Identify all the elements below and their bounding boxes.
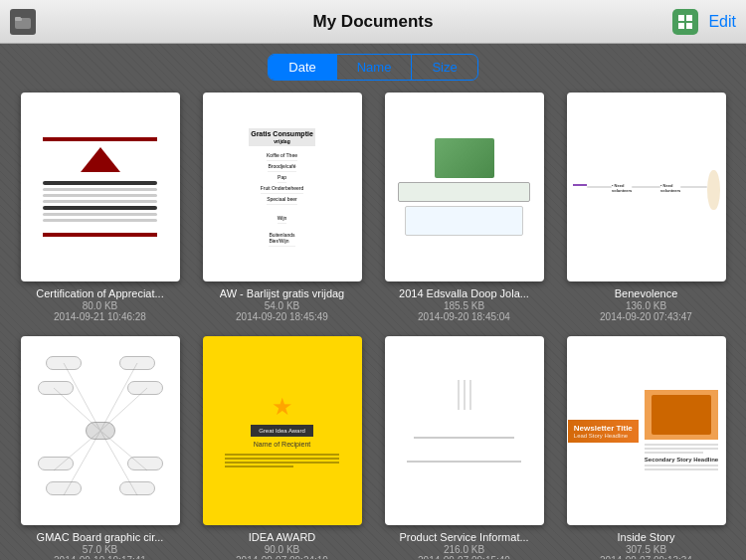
sort-tab-name[interactable]: Name bbox=[337, 55, 413, 80]
doc-name: 2014 Edsvalla Doop Jola... bbox=[399, 287, 529, 299]
doc-thumbnail bbox=[385, 336, 544, 525]
benv-line bbox=[632, 186, 660, 188]
doc-thumbnail: ★ Great Idea Award Name of Recipient bbox=[203, 336, 362, 525]
menu-row: Wijn bbox=[278, 213, 287, 224]
cert-line bbox=[43, 188, 157, 191]
header-right: Edit bbox=[672, 9, 736, 35]
newsletter-inner-img bbox=[652, 395, 711, 435]
cert-top-bar bbox=[43, 137, 157, 141]
svg-rect-2 bbox=[15, 17, 21, 20]
doc-size: 57.0 KB bbox=[83, 544, 118, 555]
menu-row: Fruit Onderbeheerd bbox=[261, 183, 304, 194]
cert-triangle bbox=[81, 147, 120, 172]
doc-thumbnail: Newsletter Title Lead Story Headline Sec… bbox=[567, 336, 726, 525]
benv-logo bbox=[707, 170, 719, 210]
doc-size: 54.0 KB bbox=[265, 300, 300, 311]
list-item[interactable]: Newsletter Title Lead Story Headline Sec… bbox=[562, 336, 730, 559]
doc-date: 2014-09-07 09:24:10 bbox=[236, 555, 328, 559]
edit-button[interactable]: Edit bbox=[708, 13, 736, 31]
list-item[interactable]: Gratis Consumptievrijdag Koffie of Thee … bbox=[198, 93, 366, 322]
newsletter-subtitle: Lead Story Headline bbox=[574, 433, 633, 439]
cert-line bbox=[43, 200, 157, 203]
doc-name: Benevolence bbox=[615, 287, 678, 299]
newsletter-line bbox=[645, 465, 718, 467]
doc-thumbnail bbox=[21, 93, 180, 281]
idea-award-box: Great Idea Award bbox=[251, 425, 313, 437]
doc-size: 136.0 KB bbox=[626, 300, 666, 311]
benv-line bbox=[680, 186, 707, 188]
sort-tabs-group: Date Name Size bbox=[268, 54, 477, 81]
menu-row: BuitenlandsBier/Wijn bbox=[269, 230, 294, 247]
list-item[interactable]: 2014 Edsvalla Doop Jola... 185.5 KB 2014… bbox=[380, 93, 548, 322]
list-item[interactable]: ★ Great Idea Award Name of Recipient IDE… bbox=[198, 336, 366, 559]
doc-date: 2014-09-19 10:17:41 bbox=[54, 555, 146, 559]
product-col bbox=[464, 380, 466, 410]
svg-rect-6 bbox=[686, 23, 692, 29]
doc-thumbnail: • Need volunteers • Need volunteers bbox=[567, 93, 726, 281]
idea-line bbox=[225, 466, 293, 467]
menu-row: Koffie of Thee bbox=[267, 150, 297, 161]
menu-row: Speciaal beer bbox=[267, 194, 297, 205]
newsletter-line bbox=[645, 452, 703, 454]
doc-size: 90.0 KB bbox=[265, 544, 300, 555]
list-item[interactable]: GMAC Board graphic cir... 57.0 KB 2014-0… bbox=[16, 336, 184, 559]
newsletter-line bbox=[645, 448, 718, 450]
sort-tab-date[interactable]: Date bbox=[269, 55, 336, 80]
idea-star: ★ bbox=[272, 393, 293, 421]
sort-tab-size[interactable]: Size bbox=[412, 55, 476, 80]
idea-subtitle: Name of Recipient bbox=[254, 441, 311, 448]
svg-line-7 bbox=[64, 363, 100, 431]
svg-line-9 bbox=[54, 388, 100, 431]
doc-size: 80.0 KB bbox=[83, 300, 118, 311]
svg-line-10 bbox=[100, 388, 147, 431]
header-title: My Documents bbox=[313, 12, 434, 32]
idea-line bbox=[225, 458, 339, 460]
benv-purple-line bbox=[573, 184, 587, 186]
svg-rect-3 bbox=[678, 15, 684, 21]
idea-lines bbox=[225, 452, 339, 469]
doc-date: 2014-09-20 07:43:47 bbox=[600, 311, 692, 322]
doc-name: Inside Story bbox=[617, 531, 674, 543]
benv-section: • Need volunteers bbox=[612, 183, 632, 193]
doc-size: 185.5 KB bbox=[444, 300, 484, 311]
idea-line bbox=[225, 462, 339, 464]
svg-line-14 bbox=[100, 431, 137, 495]
cert-line bbox=[43, 219, 157, 222]
document-grid: Certification of Appreciat... 80.0 KB 20… bbox=[0, 89, 746, 559]
cert-text-lines bbox=[43, 178, 157, 225]
doc-name: GMAC Board graphic cir... bbox=[37, 531, 164, 543]
doc-name: Certification of Appreciat... bbox=[36, 287, 163, 299]
product-line bbox=[414, 437, 514, 439]
svg-rect-4 bbox=[686, 15, 692, 21]
svg-rect-5 bbox=[678, 23, 684, 29]
newsletter-image bbox=[645, 390, 718, 440]
doc-size: 307.5 KB bbox=[626, 544, 666, 555]
mindmap-lines bbox=[36, 351, 165, 510]
grid-view-icon bbox=[677, 14, 693, 30]
doc-thumbnail: Gratis Consumptievrijdag Koffie of Thee … bbox=[203, 93, 362, 281]
grid-icon-box[interactable] bbox=[672, 9, 698, 35]
product-header bbox=[458, 380, 471, 410]
menu-row: Broodje/café bbox=[268, 161, 295, 172]
doc-size: 216.0 KB bbox=[444, 544, 484, 555]
benv-line bbox=[587, 186, 612, 188]
doc-date: 2014-09-07 09:15:40 bbox=[418, 555, 510, 559]
menu-header: Gratis Consumptievrijdag bbox=[249, 128, 315, 146]
benv-section: • Need volunteers bbox=[660, 183, 680, 193]
folder-icon[interactable] bbox=[10, 9, 36, 35]
list-item[interactable]: Product Service Informat... 216.0 KB 201… bbox=[380, 336, 548, 559]
list-item[interactable]: • Need volunteers • Need volunteers Bene… bbox=[562, 93, 730, 322]
list-item[interactable]: Certification of Appreciat... 80.0 KB 20… bbox=[16, 93, 184, 322]
doc-date: 2014-09-20 18:45:04 bbox=[418, 311, 510, 322]
doc-thumbnail bbox=[21, 336, 180, 525]
doc-thumbnail bbox=[385, 93, 544, 281]
doc-date: 2014-09-07 09:13:34 bbox=[600, 555, 692, 559]
sort-bar: Date Name Size bbox=[0, 44, 746, 89]
menu-row: Pap bbox=[278, 172, 286, 183]
newsletter-header: Newsletter Title Lead Story Headline bbox=[568, 420, 639, 443]
svg-line-8 bbox=[100, 363, 137, 431]
idea-line bbox=[225, 454, 339, 456]
newsletter-line bbox=[645, 468, 718, 470]
cert-bottom-bar bbox=[43, 233, 157, 237]
mindmap-diagram bbox=[36, 351, 165, 510]
